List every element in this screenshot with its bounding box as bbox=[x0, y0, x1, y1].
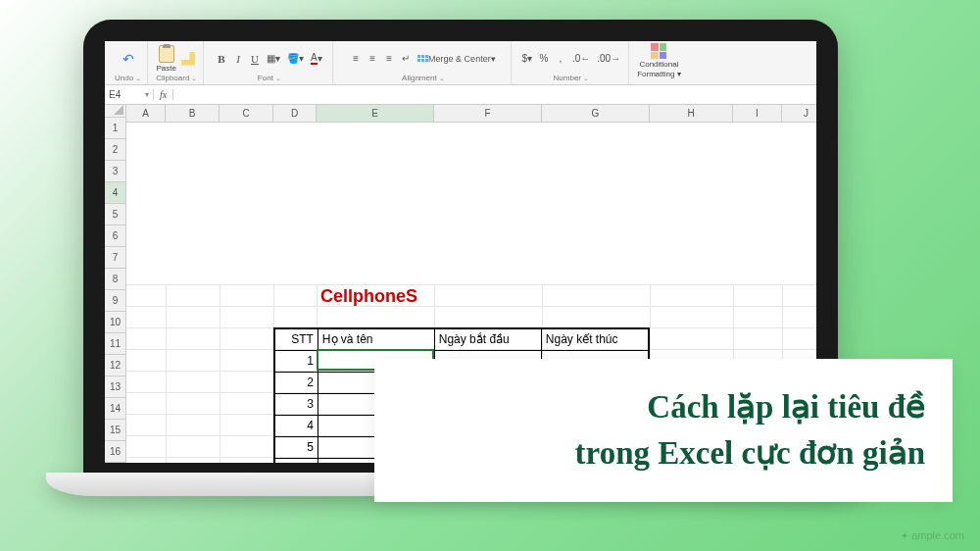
underline-button[interactable]: U bbox=[248, 51, 262, 67]
col-header[interactable]: I bbox=[733, 105, 782, 123]
ribbon-group-number: $▾ % , .0← .00→ Number bbox=[514, 41, 629, 84]
row-headers: 1 2 3 4 5 6 7 8 9 10 11 12 13 14 bbox=[105, 118, 126, 463]
formula-bar: E4 fx bbox=[105, 85, 816, 105]
row-header[interactable]: 5 bbox=[105, 204, 126, 225]
row-header[interactable]: 4 bbox=[105, 182, 126, 204]
watermark: ample.com bbox=[901, 529, 964, 541]
comma-button[interactable]: , bbox=[554, 51, 567, 67]
bold-button[interactable]: B bbox=[215, 51, 228, 67]
col-header[interactable]: J bbox=[782, 105, 816, 123]
ribbon-group-font: B I U ▦▾ 🪣▾ A▾ Font bbox=[206, 41, 333, 84]
format-painter-button[interactable] bbox=[179, 51, 197, 67]
caption-line-2: trong Excel cực đơn giản bbox=[402, 430, 925, 476]
row-header[interactable]: 1 bbox=[105, 118, 126, 139]
ribbon-group-styles: Conditional Formatting ▾ bbox=[631, 41, 686, 84]
font-group-label: Font bbox=[258, 74, 281, 82]
row-header[interactable]: 7 bbox=[105, 247, 126, 269]
italic-button[interactable]: I bbox=[231, 51, 245, 67]
table-header: Ngày bắt đầu bbox=[434, 328, 541, 350]
align-mid-button[interactable]: ≡ bbox=[366, 51, 379, 67]
font-color-button[interactable]: A▾ bbox=[309, 51, 324, 67]
table-cell: 4 bbox=[275, 415, 318, 436]
col-header[interactable]: H bbox=[650, 105, 733, 123]
col-header[interactable]: G bbox=[542, 105, 650, 123]
name-box[interactable]: E4 bbox=[105, 89, 154, 100]
fx-button[interactable]: fx bbox=[154, 89, 173, 100]
clipboard-icon bbox=[159, 45, 174, 63]
col-header[interactable]: A bbox=[126, 105, 166, 123]
row-header[interactable]: 15 bbox=[105, 420, 126, 441]
table-header: STT bbox=[275, 328, 318, 350]
row-header[interactable]: 6 bbox=[105, 225, 126, 247]
column-headers: A B C D E F G H I J bbox=[126, 105, 816, 284]
row-header[interactable]: 3 bbox=[105, 161, 126, 182]
increase-decimal-button[interactable]: .0← bbox=[570, 51, 592, 67]
col-header[interactable]: D bbox=[273, 105, 317, 123]
col-header[interactable]: B bbox=[166, 105, 220, 123]
number-group-label: Number bbox=[554, 74, 589, 82]
col-header[interactable]: C bbox=[220, 105, 273, 123]
ribbon-group-alignment: ≡ ≡ ≡ ↵ Merge & Center ▾ Alignment bbox=[335, 41, 512, 84]
table-cell: 1 bbox=[275, 350, 318, 372]
row-header[interactable]: 12 bbox=[105, 355, 126, 376]
table-header: Ngày kết thúc bbox=[541, 328, 648, 350]
row-header[interactable]: 8 bbox=[105, 269, 126, 290]
align-top-button[interactable]: ≡ bbox=[349, 51, 363, 67]
row-header[interactable]: 13 bbox=[105, 376, 126, 398]
fill-color-button[interactable]: 🪣▾ bbox=[285, 51, 306, 67]
undo-button[interactable]: ↶ bbox=[121, 51, 136, 67]
brush-icon bbox=[181, 52, 195, 66]
undo-group-label: Undo bbox=[115, 74, 141, 82]
wrap-text-button[interactable]: ↵ bbox=[399, 51, 413, 67]
overlay-caption: Cách lặp lại tiêu đề trong Excel cực đơn… bbox=[374, 359, 953, 502]
row-header[interactable]: 11 bbox=[105, 333, 126, 355]
col-header[interactable]: E bbox=[317, 105, 434, 123]
align-bot-button[interactable]: ≡ bbox=[382, 51, 396, 67]
row-header[interactable]: 10 bbox=[105, 312, 126, 333]
currency-button[interactable]: $▾ bbox=[519, 51, 534, 67]
percent-button[interactable]: % bbox=[537, 51, 551, 67]
merge-center-button[interactable]: Merge & Center ▾ bbox=[416, 51, 498, 67]
alignment-group-label: Alignment bbox=[402, 74, 445, 82]
col-header[interactable]: F bbox=[434, 105, 542, 123]
caption-line-1: Cách lặp lại tiêu đề bbox=[402, 384, 925, 430]
row-header[interactable]: 14 bbox=[105, 398, 126, 420]
ribbon: ↶ Undo Paste Clipboard bbox=[105, 41, 816, 85]
clipboard-group-label: Clipboard bbox=[156, 74, 197, 82]
decrease-decimal-button[interactable]: .00→ bbox=[595, 51, 622, 67]
table-header: Họ và tên bbox=[318, 328, 434, 350]
merge-icon bbox=[417, 55, 428, 62]
ribbon-group-clipboard: Paste Clipboard bbox=[150, 41, 204, 84]
row-header[interactable]: 9 bbox=[105, 290, 126, 312]
cond-fmt-icon bbox=[651, 43, 666, 59]
table-cell: 3 bbox=[275, 393, 318, 415]
table-cell: 2 bbox=[275, 372, 318, 393]
ribbon-group-undo: ↶ Undo bbox=[109, 41, 148, 84]
table-cell: 5 bbox=[275, 436, 318, 458]
row-header[interactable]: 16 bbox=[105, 441, 126, 463]
conditional-formatting-button[interactable]: Conditional Formatting ▾ bbox=[637, 43, 680, 78]
select-all-corner[interactable] bbox=[105, 105, 126, 118]
paste-button[interactable]: Paste bbox=[157, 45, 176, 73]
table-cell: 6 bbox=[275, 458, 318, 463]
sheet-title: CellphoneS bbox=[320, 286, 417, 307]
border-button[interactable]: ▦▾ bbox=[265, 51, 282, 67]
row-header[interactable]: 2 bbox=[105, 139, 126, 161]
